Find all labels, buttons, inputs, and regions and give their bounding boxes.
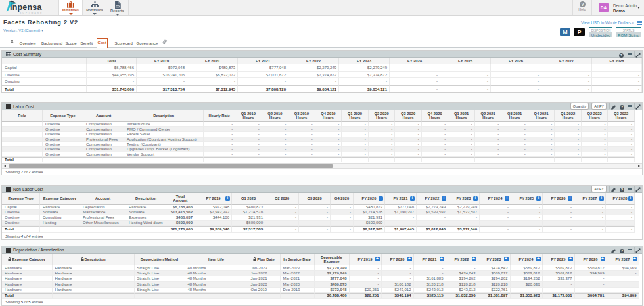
svg-text:?: ? <box>620 53 623 57</box>
svg-text:?: ? <box>581 2 584 7</box>
svg-text:?: ? <box>621 106 624 110</box>
svg-text:?: ? <box>621 249 624 253</box>
svg-text:?: ? <box>621 188 624 192</box>
